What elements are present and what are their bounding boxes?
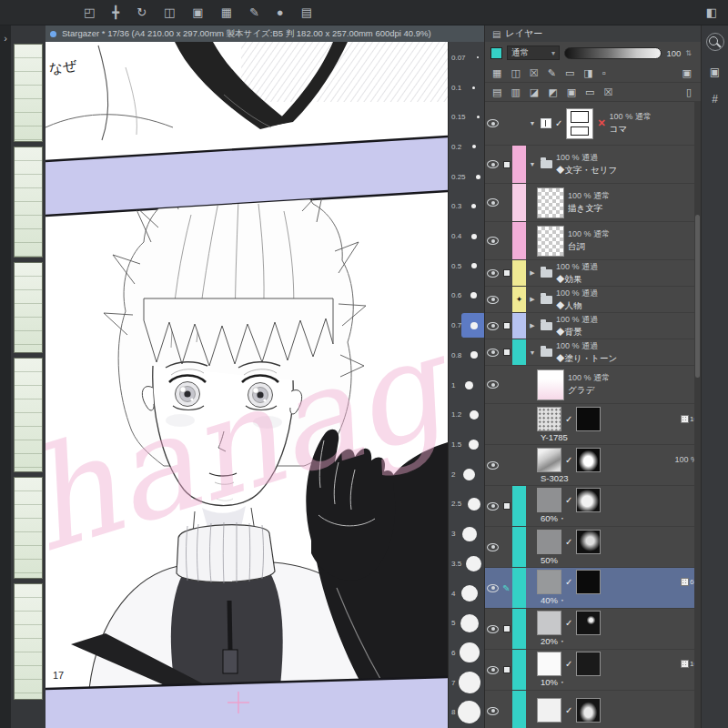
palette-color-cell[interactable] [512, 146, 526, 183]
layer-mask-thumbnail[interactable] [576, 530, 601, 554]
layer-checkmark[interactable]: ✓ [565, 455, 572, 465]
brush-size-row-2[interactable]: 2 [449, 460, 484, 490]
palette-color-cell[interactable] [512, 260, 526, 286]
layer-row-tone20[interactable]: ✓20%・ [485, 609, 701, 650]
palette-color-cell[interactable]: ✦ [512, 287, 526, 312]
layer-main[interactable]: ✓20%・ [526, 609, 701, 649]
brush-size-row-0.2[interactable]: 0.2 [449, 132, 484, 162]
expand-arrow[interactable]: ▼ [528, 120, 537, 126]
visibility-eye-icon[interactable] [487, 584, 499, 592]
brush-size-row-0.6[interactable]: 0.6 [449, 281, 484, 311]
new-document-icon[interactable]: ◰ [84, 6, 95, 18]
visibility-cell[interactable] [485, 287, 500, 312]
merge-with-lower-layer-icon[interactable]: ▣ [567, 87, 576, 97]
expand-arrow[interactable]: ▼ [528, 161, 537, 167]
layer-row-haikei[interactable]: ▶100 % 通過◆背景 [485, 313, 701, 339]
palette-color-cell[interactable] [512, 445, 526, 485]
pen-tool-icon[interactable]: ✎ [249, 6, 259, 18]
new-vector-layer-icon[interactable]: ▥ [511, 87, 520, 97]
checkbox-cell[interactable] [500, 445, 512, 485]
visibility-eye-icon[interactable] [487, 380, 499, 389]
brush-size-row-5[interactable]: 5 [449, 608, 484, 638]
checkbox-cell[interactable] [500, 404, 512, 444]
palette-color-cell[interactable] [512, 339, 526, 365]
visibility-eye-icon[interactable] [487, 322, 499, 330]
layer-checkbox[interactable] [503, 502, 511, 510]
brush-size-row-7[interactable]: 7 [449, 668, 484, 698]
visibility-cell[interactable] [485, 691, 500, 728]
layer-mask-thumbnail[interactable] [576, 698, 601, 723]
layer-color-swatch[interactable] [512, 527, 526, 567]
layer-main[interactable]: ✓1010%・ [526, 650, 701, 690]
document-titlebar[interactable]: Stargazer * 17/36 (A4 210.00 x 297.00mm … [46, 25, 484, 42]
brush-size-row-6[interactable]: 6 [449, 638, 484, 668]
layer-main[interactable]: ✓ [526, 691, 701, 728]
create-layer-mask-icon[interactable]: ▭ [585, 87, 594, 97]
visibility-eye-icon[interactable] [487, 160, 499, 168]
layer-thumbnail[interactable] [537, 187, 564, 218]
visibility-eye-icon[interactable] [487, 269, 499, 278]
page-thumbnail[interactable] [14, 583, 43, 700]
new-layer-folder-icon[interactable]: ◪ [530, 87, 539, 97]
visibility-cell[interactable] [485, 527, 500, 567]
visibility-eye-icon[interactable] [487, 237, 499, 245]
brush-size-row-1.2[interactable]: 1.2 [449, 399, 484, 430]
lock-layer-icon[interactable]: ☒ [530, 68, 539, 78]
page-thumbnail[interactable] [14, 147, 43, 258]
layer-row-kouka[interactable]: ▶100 % 通過◆効果 [485, 260, 701, 287]
visibility-eye-icon[interactable] [487, 198, 499, 207]
visibility-cell[interactable] [485, 568, 500, 608]
visibility-eye-icon[interactable] [487, 666, 499, 674]
visibility-cell[interactable] [485, 146, 500, 183]
brush-size-row-0.1[interactable]: 0.1 [449, 73, 484, 103]
grid-panel-icon[interactable]: # [712, 93, 718, 106]
layers-scrollbar[interactable] [694, 102, 701, 728]
layer-thumbnail[interactable] [537, 652, 561, 676]
layer-mask-thumbnail[interactable] [576, 448, 601, 472]
layer-checkbox[interactable] [503, 161, 511, 168]
brush-size-row-0.7[interactable]: 0.7 [449, 310, 484, 340]
canvas-artwork[interactable]: 17 なぜ hanagara [46, 42, 448, 728]
brush-size-row-0.4[interactable]: 0.4 [449, 221, 484, 251]
layer-checkbox[interactable] [503, 666, 511, 673]
palette-color-cell[interactable] [512, 568, 526, 608]
clip-at-layer-below-icon[interactable]: ▦ [492, 68, 501, 78]
layers-panel-header[interactable]: ▤ レイヤー [485, 25, 701, 42]
visibility-cell[interactable] [485, 339, 500, 365]
layer-main[interactable]: ✓10Y-1785 [526, 404, 701, 444]
new-raster-layer-icon[interactable]: ▤ [492, 87, 501, 97]
checkbox-cell[interactable] [500, 339, 512, 365]
expand-arrow[interactable]: ▶ [528, 322, 537, 329]
layer-main[interactable]: ▼100 % 通過◆文字・セリフ [526, 146, 701, 183]
page-thumbnail[interactable] [14, 262, 43, 353]
layer-mask-thumbnail[interactable] [576, 488, 601, 512]
layer-checkbox[interactable] [503, 269, 511, 277]
page-manager-strip[interactable] [11, 25, 46, 728]
visibility-eye-icon[interactable] [487, 461, 499, 470]
layer-main[interactable]: ▶100 % 通過◆人物 [526, 287, 701, 312]
layer-row-serifu[interactable]: 100 % 通常台詞 [485, 222, 701, 260]
layer-checkbox[interactable] [503, 349, 511, 356]
enable-mask-icon[interactable]: ✎ [548, 68, 556, 78]
layer-color-swatch[interactable] [512, 222, 526, 259]
brush-size-row-8[interactable]: 8 [449, 697, 484, 727]
layer-main[interactable]: ▶100 % 通過◆背景 [526, 313, 701, 339]
layer-thumbnail[interactable] [537, 530, 561, 554]
layer-main[interactable]: ✓100 %S-3023 [526, 445, 701, 485]
palette-color-cell[interactable] [512, 184, 526, 221]
visibility-eye-icon[interactable] [487, 707, 499, 715]
page-thumbnail[interactable] [14, 358, 43, 472]
brush-size-row-3[interactable]: 3 [449, 519, 484, 549]
layer-color-swatch[interactable] [512, 650, 526, 690]
brush-size-row-4[interactable]: 4 [449, 579, 484, 609]
expand-arrow[interactable]: ▼ [528, 349, 537, 356]
layer-main[interactable]: ✓60%・ [526, 486, 701, 526]
checkbox-cell[interactable] [500, 222, 512, 259]
palette-color-cell[interactable] [512, 102, 526, 145]
brush-size-row-0.15[interactable]: 0.15 [449, 102, 484, 132]
transfer-to-lower-layer-icon[interactable]: ◩ [548, 87, 557, 97]
palette-color-cell[interactable] [512, 222, 526, 259]
layer-row-tone40[interactable]: ✎✓6040%・ [485, 568, 701, 609]
checkbox-cell[interactable] [500, 366, 512, 403]
layer-checkmark[interactable]: ✓ [555, 118, 562, 128]
